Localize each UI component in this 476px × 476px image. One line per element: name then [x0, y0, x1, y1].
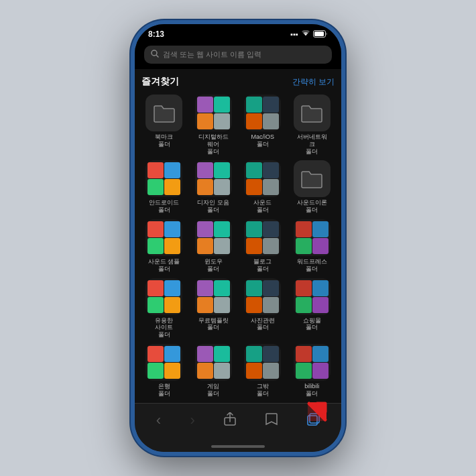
status-bar: 8:13 ▪▪▪	[135, 24, 341, 42]
folder-icon	[244, 160, 281, 197]
folder-icon	[195, 219, 232, 256]
folder-label: 서버네트워 크 폴더	[297, 133, 327, 155]
folder-icon	[294, 95, 331, 131]
folder-icon	[195, 344, 232, 381]
folder-icon	[244, 344, 281, 381]
folder-label: 안드로이드 폴더	[149, 199, 179, 214]
folder-item[interactable]: Mac/iOS 폴더	[240, 95, 286, 155]
search-bar-container[interactable]: 검색 또는 웹 사이트 이름 입력	[135, 42, 341, 69]
folder-label: 디자인 모음 폴더	[197, 199, 229, 214]
folder-label: 그밖 폴더	[257, 383, 269, 398]
battery-icon	[313, 30, 328, 39]
folder-item[interactable]: 워드프레스 폴더	[290, 219, 335, 273]
folder-item[interactable]: 무료템플릿 폴더	[191, 278, 237, 339]
folder-icon	[294, 160, 331, 197]
folder-item[interactable]: 사운드이론 폴더	[290, 160, 335, 214]
folder-label: Mac/iOS 폴더	[251, 133, 274, 148]
search-icon	[151, 50, 159, 60]
status-icons: ▪▪▪	[290, 30, 328, 39]
folder-label: 디지털하드 웨어 폴더	[198, 133, 229, 155]
folder-item[interactable]: 게임 폴더	[191, 344, 237, 398]
folder-label: 북마크 폴더	[155, 133, 173, 148]
folder-label: 게임 폴더	[207, 383, 219, 398]
search-bar[interactable]: 검색 또는 웹 사이트 이름 입력	[144, 46, 332, 64]
folder-icon	[244, 95, 281, 131]
folder-item[interactable]: bilibili 폴더	[290, 344, 335, 398]
folder-item[interactable]: 사진관련 폴더	[240, 278, 286, 339]
folder-icon	[145, 160, 182, 197]
svg-rect-1	[314, 32, 324, 36]
share-button[interactable]	[219, 410, 241, 432]
folder-icon	[294, 278, 331, 315]
folder-icon	[294, 219, 331, 256]
folder-icon	[195, 160, 232, 197]
folder-icon	[195, 278, 232, 315]
wifi-icon	[301, 30, 310, 38]
svg-line-3	[157, 56, 159, 58]
phone-screen: 8:13 ▪▪▪	[135, 24, 341, 452]
folder-icon	[244, 278, 281, 315]
signal-icon: ▪▪▪	[290, 30, 298, 38]
folder-item[interactable]: 사운드 폴더	[240, 160, 286, 214]
folder-label: 무료템플릿 폴더	[198, 317, 229, 332]
folder-item[interactable]: 사운드 샘플 폴더	[141, 219, 187, 273]
folder-label: 유용한 사이트 폴더	[155, 317, 173, 339]
folder-item[interactable]: 유용한 사이트 폴더	[141, 278, 187, 339]
folder-label: 윈도우 폴더	[204, 258, 223, 273]
folder-item[interactable]: 디지털하드 웨어 폴더	[191, 95, 237, 155]
time-display: 8:13	[148, 29, 164, 39]
folder-label: 사운드이론 폴더	[297, 199, 327, 214]
folder-item[interactable]: 은행 폴더	[141, 344, 187, 398]
folder-icon	[145, 344, 182, 381]
folder-label: 워드프레스 폴더	[297, 258, 327, 273]
red-arrow	[305, 400, 329, 426]
folder-item[interactable]: 안드로이드 폴더	[141, 160, 187, 214]
folder-icon	[244, 219, 281, 256]
folder-label: 쇼핑몰 폴더	[303, 317, 321, 332]
folder-item[interactable]: 쇼핑몰 폴더	[290, 278, 335, 339]
phone-frame: 8:13 ▪▪▪	[131, 20, 345, 456]
bookmarks-button[interactable]	[260, 410, 283, 432]
home-indicator	[135, 442, 341, 452]
svg-point-2	[152, 50, 157, 56]
folder-label: 블로그 폴더	[253, 258, 272, 273]
notch	[198, 24, 278, 41]
back-button[interactable]: ‹	[151, 409, 166, 432]
folder-item[interactable]: 그밖 폴더	[240, 344, 286, 398]
folder-icon	[145, 95, 182, 131]
folder-item[interactable]: 윈도우 폴더	[191, 219, 237, 273]
folders-grid: 북마크 폴더디지털하드 웨어 폴더Mac/iOS 폴더 서버네트워 크 폴더안드…	[141, 95, 335, 403]
folder-label: bilibili 폴더	[304, 383, 319, 398]
folder-item[interactable]: 블로그 폴더	[240, 219, 286, 273]
folder-item[interactable]: 디자인 모음 폴더	[191, 160, 237, 214]
bookmarks-title: 즐겨찾기	[141, 76, 179, 88]
folder-icon	[145, 278, 182, 315]
home-bar	[211, 445, 265, 448]
search-placeholder: 검색 또는 웹 사이트 이름 입력	[163, 50, 261, 60]
folder-label: 사진관련 폴더	[251, 317, 275, 332]
bookmarks-area: 즐겨찾기 간략히 보기 북마크 폴더디지털하드 웨어 폴더Mac/iOS 폴더 …	[135, 69, 341, 403]
folder-label: 은행 폴더	[158, 383, 170, 398]
folder-item[interactable]: 서버네트워 크 폴더	[290, 95, 335, 155]
folder-label: 사운드 샘플 폴더	[148, 258, 180, 273]
folder-icon	[145, 219, 182, 256]
bookmarks-view-btn[interactable]: 간략히 보기	[292, 76, 335, 88]
bookmarks-header: 즐겨찾기 간략히 보기	[141, 76, 335, 88]
forward-button[interactable]: ›	[185, 409, 200, 432]
folder-icon	[294, 344, 331, 381]
folder-icon	[195, 95, 232, 131]
folder-item[interactable]: 북마크 폴더	[141, 95, 187, 155]
folder-label: 사운드 폴더	[253, 199, 272, 214]
